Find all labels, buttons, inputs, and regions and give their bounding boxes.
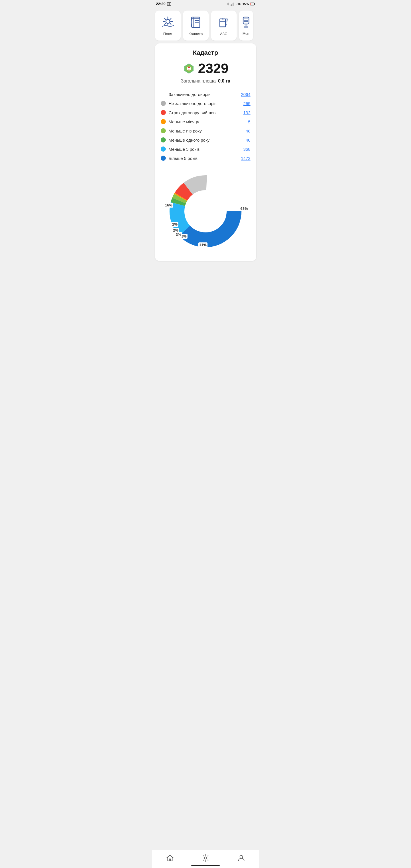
status-right: LTE 15% [226,2,255,6]
nav-profile[interactable] [231,853,252,863]
home-indicator [191,865,220,866]
status-bar: 22:29 LTE 15% [152,0,259,8]
nav-tile-cadastre[interactable]: Кадастр [183,10,209,40]
dot-7 [161,156,166,161]
stat-value-7[interactable]: 1472 [241,156,250,161]
mop-icon-wrap [239,15,253,29]
stat-value-6[interactable]: 368 [243,147,250,152]
home-icon [166,855,173,862]
nav-tile-mop[interactable]: Мон [239,10,253,40]
stat-row-less-halfyear: Меньше пів року 48 [161,126,251,135]
svg-rect-5 [232,3,233,6]
settings-icon [202,854,209,862]
profile-icon [238,854,245,862]
main-card: Кадастр 2329 Загальна площа 0.0 га Заклю… [155,43,256,261]
stat-row-less-year: Меньше одного року 40 [161,135,251,145]
donut-svg [163,168,248,254]
stat-value-5[interactable]: 40 [246,137,251,143]
fields-label: Поля [163,32,172,36]
stat-row-not-contracted: Не заключено договорів 265 [161,99,251,108]
svg-point-40 [240,856,243,858]
svg-line-15 [164,19,165,20]
svg-rect-6 [233,2,234,6]
dot-1 [161,101,166,106]
dot-4 [161,128,166,133]
sun-icon [161,16,175,28]
mop-icon [241,17,251,28]
stat-label-3: Меньше місяця [169,119,246,124]
nav-home[interactable] [159,854,180,863]
stat-value-4[interactable]: 48 [246,128,251,133]
stat-label-5: Меньше одного року [169,137,243,143]
svg-line-16 [170,23,171,24]
battery-label: 15% [242,2,249,6]
svg-rect-1 [167,3,168,5]
dot-3 [161,119,166,124]
svg-point-36 [188,66,190,68]
gas-icon-wrap [217,15,231,29]
card-title: Кадастр [161,49,251,57]
total-area-label: Загальна площа [181,79,216,83]
stat-value-2[interactable]: 132 [243,110,250,115]
stat-label-6: Меньше 5 років [169,147,241,152]
gas-label: АЗС [220,32,227,36]
stat-value-3[interactable]: 5 [248,119,250,124]
mop-label: Мон [243,32,249,36]
stat-row-less-month: Меньше місяця 5 [161,117,251,126]
dot-2 [161,110,166,115]
fields-icon-wrap [161,15,175,29]
stat-label-7: Більше 5 років [169,156,238,161]
book-icon [190,16,201,29]
gas-icon [218,16,229,29]
svg-rect-3 [231,5,231,6]
stat-label-2: Строк договору вийшов [169,110,241,115]
dot-5 [161,137,166,143]
nav-tiles: Поля Кадастр [152,8,259,43]
stat-label-4: Меньше пів року [169,128,243,133]
dot-6 [161,147,166,152]
donut-chart: 63% 16% 11% 6% 2% 2% 3% [161,168,251,254]
cadastre-icon-wrap [189,15,203,29]
stat-label-1: Не заключено договорів [169,101,241,106]
battery-icon [250,3,255,5]
cadastre-label: Кадастр [189,32,203,36]
donut-center [185,191,226,232]
stat-value-1[interactable]: 265 [243,101,250,106]
stats-list: Заключено договорів 2064 Не заключено до… [161,90,251,163]
svg-rect-8 [250,3,251,5]
total-area-value: 0.0 га [218,79,230,83]
signal-icon [231,2,234,6]
svg-point-10 [166,20,170,23]
svg-rect-29 [244,26,248,28]
svg-rect-4 [231,4,232,6]
svg-rect-2 [169,3,169,5]
time-display: 22:29 [156,2,165,6]
nav-tile-gas[interactable]: АЗС [211,10,236,40]
svg-point-39 [204,857,207,859]
stat-row-more-5years: Більше 5 років 1472 [161,154,251,163]
stat-row-contracts-made: Заключено договорів 2064 [161,90,251,99]
total-area: Загальна площа 0.0 га [161,79,251,84]
stat-value-0[interactable]: 2064 [241,92,250,97]
bluetooth-icon [226,2,229,6]
lte-label: LTE [236,2,242,6]
nav-settings[interactable] [195,853,216,863]
svg-line-18 [164,23,165,24]
sim-icon [167,2,171,6]
stat-label-0: Заключено договорів [169,92,238,97]
map-pin-icon [183,62,195,75]
svg-rect-9 [254,3,255,5]
stat-row-expired: Строк договору вийшов 132 [161,108,251,117]
hero-count: 2329 [161,61,251,76]
svg-point-38 [188,69,190,70]
total-count: 2329 [198,61,229,76]
stat-row-less-5years: Меньше 5 років 368 [161,145,251,154]
svg-line-17 [170,19,171,20]
nav-tile-fields[interactable]: Поля [155,10,181,40]
